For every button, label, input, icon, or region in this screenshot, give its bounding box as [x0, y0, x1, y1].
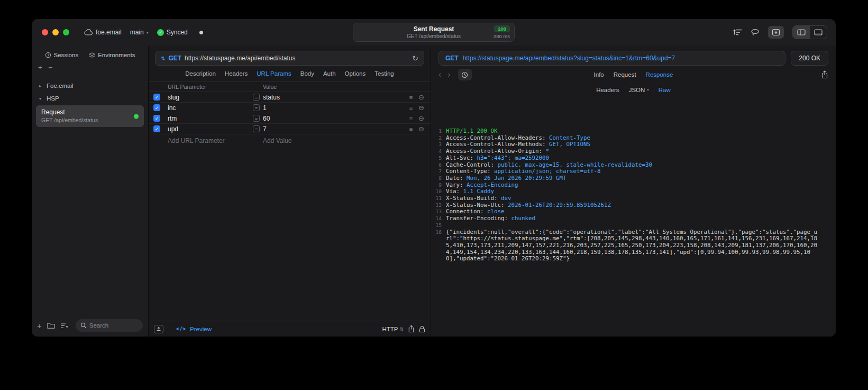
response-subtab-json[interactable]: JSON▾	[629, 87, 649, 93]
row-menu-icon[interactable]: ≡	[409, 126, 413, 132]
param-key[interactable]: rtm	[168, 115, 253, 122]
chevron-down-icon: ▾	[647, 88, 649, 92]
add-param-row[interactable]: Add URL Parameter Add Value	[149, 134, 431, 147]
line-number: 3	[433, 141, 442, 148]
param-value[interactable]: 7	[263, 125, 267, 133]
chevron-right-icon[interactable]: ▸	[39, 84, 43, 88]
row-remove-icon[interactable]: ⊖	[418, 125, 424, 133]
line-number: 4	[433, 148, 442, 155]
row-menu-icon[interactable]: ≡	[409, 105, 413, 111]
param-checkbox[interactable]: ✓	[153, 104, 160, 111]
response-subtab-raw[interactable]: Raw	[659, 87, 671, 93]
value-type-icon[interactable]: =	[253, 94, 260, 101]
protocol-label: HTTP	[382, 326, 398, 332]
value-type-icon[interactable]: =	[253, 115, 260, 122]
share-request-icon[interactable]	[408, 325, 415, 333]
cloud-account[interactable]: foe.email	[84, 29, 122, 36]
param-value[interactable]: status	[263, 94, 280, 101]
param-row: ✓upd=7≡⊖	[149, 124, 431, 134]
response-url: https://statuspage.me/api/embed/status?s…	[463, 55, 675, 62]
param-checkbox[interactable]: ✓	[153, 125, 160, 132]
row-remove-icon[interactable]: ⊖	[418, 114, 424, 122]
value-type-icon[interactable]: =	[253, 104, 260, 111]
response-subtab-headers[interactable]: Headers	[596, 87, 619, 93]
history-clock-button[interactable]	[458, 69, 472, 80]
row-menu-icon[interactable]: ≡	[409, 94, 413, 101]
new-request-button[interactable]: +	[37, 321, 42, 330]
param-value[interactable]: 1	[263, 104, 267, 112]
import-response-icon[interactable]	[768, 26, 784, 39]
param-key[interactable]: upd	[168, 125, 253, 133]
add-value-placeholder[interactable]: Add Value	[263, 137, 292, 144]
param-key[interactable]: inc	[168, 104, 253, 112]
column-header-key: URL Parameter	[168, 84, 263, 90]
request-item-subtitle: GET /api/embed/status	[41, 117, 139, 123]
response-tab-request[interactable]: Request	[614, 71, 636, 78]
value-type-icon[interactable]: =	[253, 125, 260, 132]
request-order-icon[interactable]	[733, 29, 742, 36]
history-back-icon[interactable]: ‹	[438, 70, 441, 79]
add-session-button[interactable]: +	[38, 64, 42, 72]
lasso-icon[interactable]	[751, 29, 760, 37]
method-selector-icon[interactable]: ⇅	[161, 56, 165, 61]
preview-button[interactable]: Preview	[190, 326, 212, 332]
request-pane: ⇅ GET https://statuspage.me/api/embed/st…	[149, 46, 431, 337]
request-tab-auth[interactable]: Auth	[323, 70, 336, 77]
branch-selector[interactable]: main ▾	[130, 29, 149, 36]
protocol-selector[interactable]: HTTP ⇅	[382, 326, 404, 332]
param-value[interactable]: 60	[263, 115, 270, 122]
request-tab-description[interactable]: Description	[185, 70, 216, 77]
request-url-bar[interactable]: ⇅ GET https://statuspage.me/api/embed/st…	[155, 51, 424, 66]
sort-options-icon[interactable]	[60, 323, 68, 329]
request-tab-testing[interactable]: Testing	[374, 70, 394, 77]
response-body[interactable]: 1HTTP/1.1 200 OK2Access-Control-Allow-He…	[431, 125, 836, 337]
response-tab-response[interactable]: Response	[646, 71, 673, 78]
titlebar: foe.email main ▾ ✓ Synced Sent Request G…	[32, 19, 836, 46]
close-button[interactable]	[42, 29, 48, 35]
code-icon[interactable]: </>	[176, 326, 186, 332]
request-tab-url-params[interactable]: URL Params	[257, 70, 291, 77]
request-url[interactable]: https://statuspage.me/api/embed/status	[185, 55, 409, 62]
param-row: ✓slug=status≡⊖	[149, 92, 431, 103]
expand-panel-button[interactable]	[154, 325, 163, 333]
row-remove-icon[interactable]: ⊖	[418, 104, 424, 112]
tab-sessions[interactable]: Sessions	[45, 52, 79, 58]
toggle-bottom-panel-button[interactable]	[810, 26, 827, 39]
chevron-down-icon[interactable]: ▾	[39, 96, 43, 101]
add-key-placeholder[interactable]: Add URL Parameter	[168, 137, 253, 144]
tab-environments[interactable]: Environments	[89, 52, 135, 58]
request-item-title: Request	[41, 108, 139, 116]
zoom-button[interactable]	[63, 29, 69, 35]
response-status: 200 OK	[791, 51, 828, 66]
sync-status[interactable]: ✓ Synced	[157, 29, 188, 36]
row-menu-icon[interactable]: ≡	[409, 115, 413, 122]
search-icon	[80, 322, 87, 329]
tree-group-foe-email[interactable]: ▸ Foe.email	[36, 79, 144, 92]
request-method[interactable]: GET	[168, 55, 181, 62]
response-url-bar[interactable]: GET https://statuspage.me/api/embed/stat…	[438, 51, 785, 66]
search-input[interactable]	[89, 322, 138, 329]
line-number: 13	[433, 208, 442, 215]
lock-icon[interactable]	[419, 325, 425, 333]
minimize-button[interactable]	[52, 29, 59, 35]
new-folder-icon[interactable]	[47, 322, 55, 329]
response-tab-info[interactable]: Info	[594, 71, 604, 78]
request-list-item[interactable]: Request GET /api/embed/status	[36, 105, 144, 127]
request-tab-headers[interactable]: Headers	[225, 70, 248, 77]
resend-icon[interactable]: ↻	[412, 54, 418, 62]
params-table-header: URL Parameter Value	[149, 81, 431, 92]
row-remove-icon[interactable]: ⊖	[418, 93, 424, 101]
search-box[interactable]	[76, 319, 143, 332]
param-checkbox[interactable]: ✓	[153, 115, 160, 122]
line-number: 7	[433, 168, 442, 175]
toggle-left-sidebar-button[interactable]	[793, 26, 810, 39]
remove-session-button[interactable]: −	[49, 64, 53, 72]
export-response-icon[interactable]	[821, 70, 828, 79]
request-tab-body[interactable]: Body	[300, 70, 314, 77]
request-tab-options[interactable]: Options	[345, 70, 366, 77]
param-key[interactable]: slug	[168, 94, 253, 101]
sent-request-capsule[interactable]: Sent Request GET /api/embed/status 200 2…	[353, 23, 515, 42]
param-checkbox[interactable]: ✓	[153, 94, 160, 101]
tree-group-hsp[interactable]: ▾ HSP	[36, 92, 144, 105]
history-forward-icon[interactable]: ›	[447, 70, 450, 79]
